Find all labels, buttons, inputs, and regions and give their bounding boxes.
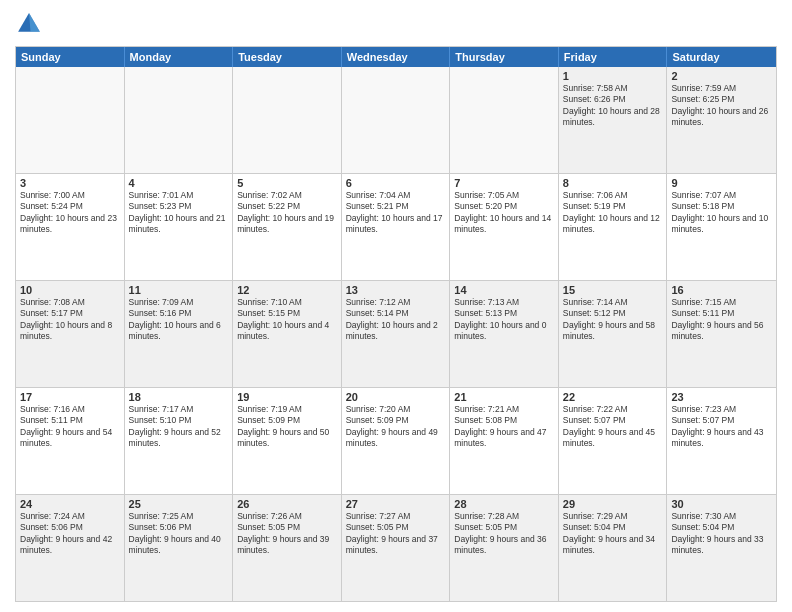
day-number: 11 <box>129 284 229 296</box>
day-info: Sunrise: 7:01 AM Sunset: 5:23 PM Dayligh… <box>129 190 229 236</box>
day-number: 26 <box>237 498 337 510</box>
day-info: Sunrise: 7:13 AM Sunset: 5:13 PM Dayligh… <box>454 297 554 343</box>
day-number: 16 <box>671 284 772 296</box>
day-cell-19: 19Sunrise: 7:19 AM Sunset: 5:09 PM Dayli… <box>233 388 342 494</box>
day-info: Sunrise: 7:14 AM Sunset: 5:12 PM Dayligh… <box>563 297 663 343</box>
day-number: 10 <box>20 284 120 296</box>
weekday-header-wednesday: Wednesday <box>342 47 451 67</box>
day-cell-20: 20Sunrise: 7:20 AM Sunset: 5:09 PM Dayli… <box>342 388 451 494</box>
day-cell-10: 10Sunrise: 7:08 AM Sunset: 5:17 PM Dayli… <box>16 281 125 387</box>
day-number: 17 <box>20 391 120 403</box>
day-number: 25 <box>129 498 229 510</box>
weekday-header-friday: Friday <box>559 47 668 67</box>
day-info: Sunrise: 7:04 AM Sunset: 5:21 PM Dayligh… <box>346 190 446 236</box>
calendar: SundayMondayTuesdayWednesdayThursdayFrid… <box>15 46 777 602</box>
day-info: Sunrise: 7:16 AM Sunset: 5:11 PM Dayligh… <box>20 404 120 450</box>
day-cell-22: 22Sunrise: 7:22 AM Sunset: 5:07 PM Dayli… <box>559 388 668 494</box>
day-cell-25: 25Sunrise: 7:25 AM Sunset: 5:06 PM Dayli… <box>125 495 234 601</box>
day-info: Sunrise: 7:23 AM Sunset: 5:07 PM Dayligh… <box>671 404 772 450</box>
day-number: 15 <box>563 284 663 296</box>
header <box>15 10 777 38</box>
day-number: 1 <box>563 70 663 82</box>
day-info: Sunrise: 7:30 AM Sunset: 5:04 PM Dayligh… <box>671 511 772 557</box>
day-number: 19 <box>237 391 337 403</box>
day-info: Sunrise: 7:20 AM Sunset: 5:09 PM Dayligh… <box>346 404 446 450</box>
day-number: 18 <box>129 391 229 403</box>
weekday-header-monday: Monday <box>125 47 234 67</box>
day-number: 3 <box>20 177 120 189</box>
day-number: 13 <box>346 284 446 296</box>
day-number: 14 <box>454 284 554 296</box>
page: SundayMondayTuesdayWednesdayThursdayFrid… <box>0 0 792 612</box>
day-info: Sunrise: 7:09 AM Sunset: 5:16 PM Dayligh… <box>129 297 229 343</box>
day-cell-1: 1Sunrise: 7:58 AM Sunset: 6:26 PM Daylig… <box>559 67 668 173</box>
day-info: Sunrise: 7:25 AM Sunset: 5:06 PM Dayligh… <box>129 511 229 557</box>
day-cell-14: 14Sunrise: 7:13 AM Sunset: 5:13 PM Dayli… <box>450 281 559 387</box>
day-cell-21: 21Sunrise: 7:21 AM Sunset: 5:08 PM Dayli… <box>450 388 559 494</box>
day-number: 23 <box>671 391 772 403</box>
weekday-header-thursday: Thursday <box>450 47 559 67</box>
day-cell-2: 2Sunrise: 7:59 AM Sunset: 6:25 PM Daylig… <box>667 67 776 173</box>
day-cell-6: 6Sunrise: 7:04 AM Sunset: 5:21 PM Daylig… <box>342 174 451 280</box>
day-cell-24: 24Sunrise: 7:24 AM Sunset: 5:06 PM Dayli… <box>16 495 125 601</box>
day-info: Sunrise: 7:24 AM Sunset: 5:06 PM Dayligh… <box>20 511 120 557</box>
day-cell-26: 26Sunrise: 7:26 AM Sunset: 5:05 PM Dayli… <box>233 495 342 601</box>
empty-cell-r0c0 <box>16 67 125 173</box>
day-info: Sunrise: 7:29 AM Sunset: 5:04 PM Dayligh… <box>563 511 663 557</box>
day-info: Sunrise: 7:08 AM Sunset: 5:17 PM Dayligh… <box>20 297 120 343</box>
day-cell-5: 5Sunrise: 7:02 AM Sunset: 5:22 PM Daylig… <box>233 174 342 280</box>
calendar-row-2: 10Sunrise: 7:08 AM Sunset: 5:17 PM Dayli… <box>16 280 776 387</box>
day-info: Sunrise: 7:15 AM Sunset: 5:11 PM Dayligh… <box>671 297 772 343</box>
day-info: Sunrise: 7:19 AM Sunset: 5:09 PM Dayligh… <box>237 404 337 450</box>
day-cell-3: 3Sunrise: 7:00 AM Sunset: 5:24 PM Daylig… <box>16 174 125 280</box>
day-cell-23: 23Sunrise: 7:23 AM Sunset: 5:07 PM Dayli… <box>667 388 776 494</box>
weekday-header-tuesday: Tuesday <box>233 47 342 67</box>
day-number: 29 <box>563 498 663 510</box>
day-info: Sunrise: 7:26 AM Sunset: 5:05 PM Dayligh… <box>237 511 337 557</box>
day-cell-15: 15Sunrise: 7:14 AM Sunset: 5:12 PM Dayli… <box>559 281 668 387</box>
day-cell-18: 18Sunrise: 7:17 AM Sunset: 5:10 PM Dayli… <box>125 388 234 494</box>
day-info: Sunrise: 7:17 AM Sunset: 5:10 PM Dayligh… <box>129 404 229 450</box>
day-cell-8: 8Sunrise: 7:06 AM Sunset: 5:19 PM Daylig… <box>559 174 668 280</box>
day-number: 9 <box>671 177 772 189</box>
day-cell-28: 28Sunrise: 7:28 AM Sunset: 5:05 PM Dayli… <box>450 495 559 601</box>
day-cell-9: 9Sunrise: 7:07 AM Sunset: 5:18 PM Daylig… <box>667 174 776 280</box>
day-info: Sunrise: 7:00 AM Sunset: 5:24 PM Dayligh… <box>20 190 120 236</box>
empty-cell-r0c2 <box>233 67 342 173</box>
day-info: Sunrise: 7:05 AM Sunset: 5:20 PM Dayligh… <box>454 190 554 236</box>
day-info: Sunrise: 7:21 AM Sunset: 5:08 PM Dayligh… <box>454 404 554 450</box>
day-cell-30: 30Sunrise: 7:30 AM Sunset: 5:04 PM Dayli… <box>667 495 776 601</box>
day-number: 6 <box>346 177 446 189</box>
day-info: Sunrise: 7:02 AM Sunset: 5:22 PM Dayligh… <box>237 190 337 236</box>
day-cell-12: 12Sunrise: 7:10 AM Sunset: 5:15 PM Dayli… <box>233 281 342 387</box>
empty-cell-r0c1 <box>125 67 234 173</box>
day-cell-11: 11Sunrise: 7:09 AM Sunset: 5:16 PM Dayli… <box>125 281 234 387</box>
calendar-row-3: 17Sunrise: 7:16 AM Sunset: 5:11 PM Dayli… <box>16 387 776 494</box>
weekday-header-saturday: Saturday <box>667 47 776 67</box>
day-number: 22 <box>563 391 663 403</box>
day-number: 28 <box>454 498 554 510</box>
day-number: 20 <box>346 391 446 403</box>
day-info: Sunrise: 7:06 AM Sunset: 5:19 PM Dayligh… <box>563 190 663 236</box>
day-cell-27: 27Sunrise: 7:27 AM Sunset: 5:05 PM Dayli… <box>342 495 451 601</box>
day-number: 27 <box>346 498 446 510</box>
day-number: 21 <box>454 391 554 403</box>
weekday-header-sunday: Sunday <box>16 47 125 67</box>
calendar-row-0: 1Sunrise: 7:58 AM Sunset: 6:26 PM Daylig… <box>16 67 776 173</box>
day-info: Sunrise: 7:58 AM Sunset: 6:26 PM Dayligh… <box>563 83 663 129</box>
day-cell-16: 16Sunrise: 7:15 AM Sunset: 5:11 PM Dayli… <box>667 281 776 387</box>
day-info: Sunrise: 7:07 AM Sunset: 5:18 PM Dayligh… <box>671 190 772 236</box>
day-number: 30 <box>671 498 772 510</box>
day-info: Sunrise: 7:22 AM Sunset: 5:07 PM Dayligh… <box>563 404 663 450</box>
logo <box>15 10 47 38</box>
day-number: 5 <box>237 177 337 189</box>
empty-cell-r0c3 <box>342 67 451 173</box>
calendar-header: SundayMondayTuesdayWednesdayThursdayFrid… <box>16 47 776 67</box>
calendar-row-1: 3Sunrise: 7:00 AM Sunset: 5:24 PM Daylig… <box>16 173 776 280</box>
day-cell-29: 29Sunrise: 7:29 AM Sunset: 5:04 PM Dayli… <box>559 495 668 601</box>
day-number: 7 <box>454 177 554 189</box>
day-cell-7: 7Sunrise: 7:05 AM Sunset: 5:20 PM Daylig… <box>450 174 559 280</box>
day-number: 4 <box>129 177 229 189</box>
day-info: Sunrise: 7:59 AM Sunset: 6:25 PM Dayligh… <box>671 83 772 129</box>
empty-cell-r0c4 <box>450 67 559 173</box>
